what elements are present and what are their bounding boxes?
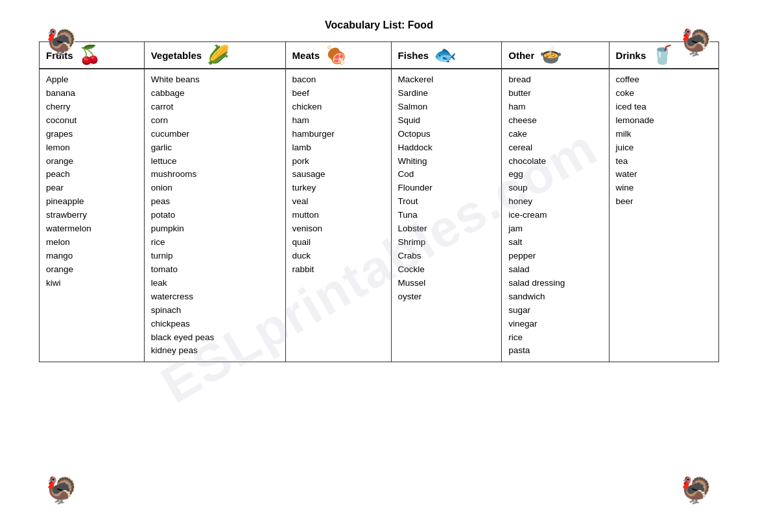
word-list-other: breadbutterhamcheesecakecerealchocolatee…: [508, 73, 602, 358]
list-item: sugar: [508, 304, 602, 318]
word-list-fruits: Applebananacherrycoconutgrapeslemonorang…: [46, 73, 137, 290]
header-label-other: Other: [508, 50, 534, 61]
list-item: water: [616, 168, 712, 181]
list-item: jam: [508, 222, 602, 236]
list-item: Tuna: [398, 209, 495, 222]
list-item: chickpeas: [151, 318, 279, 331]
word-list-drinks: coffeecokeiced tealemonademilkjuiceteawa…: [616, 73, 712, 209]
list-item: Lobster: [398, 222, 495, 236]
list-item: Flounder: [398, 181, 495, 195]
list-item: banana: [46, 87, 137, 100]
list-item: mango: [46, 249, 137, 263]
list-item: salad dressing: [508, 277, 602, 290]
list-item: lamb: [292, 141, 385, 155]
list-item: Squid: [398, 114, 495, 128]
list-item: pineapple: [46, 195, 137, 209]
list-item: chocolate: [508, 155, 602, 168]
list-item: honey: [508, 195, 602, 209]
list-item: leak: [151, 277, 279, 290]
list-item: Whiting: [398, 155, 495, 168]
list-item: Sardine: [398, 87, 495, 100]
header-vegetables: Vegetables 🌽: [144, 42, 285, 69]
list-item: sandwich: [508, 290, 602, 304]
list-item: vinegar: [508, 318, 602, 331]
list-item: tea: [616, 155, 712, 168]
list-item: rice: [151, 236, 279, 249]
header-label-drinks: Drinks: [616, 50, 646, 61]
list-item: oyster: [398, 290, 495, 304]
list-item: peas: [151, 195, 279, 209]
list-item: Apple: [46, 73, 137, 87]
header-label-fishes: Fishes: [398, 50, 429, 61]
list-item: mushrooms: [151, 168, 279, 181]
list-item: cereal: [508, 141, 602, 155]
list-item: milk: [616, 128, 712, 141]
list-item: sausage: [292, 168, 385, 181]
list-item: juice: [616, 141, 712, 155]
list-item: garlic: [151, 141, 279, 155]
list-item: black eyed peas: [151, 331, 279, 345]
corner-bottom-right-icon: 🦃: [674, 467, 719, 513]
list-item: cheese: [508, 114, 602, 128]
list-item: tomato: [151, 263, 279, 277]
list-item: ham: [292, 114, 385, 128]
list-item: Trout: [398, 195, 495, 209]
list-item: butter: [508, 87, 602, 100]
cell-fishes: MackerelSardineSalmonSquidOctopusHaddock…: [391, 69, 502, 362]
list-item: Shrimp: [398, 236, 495, 249]
corner-top-right-icon: 🦃: [674, 19, 719, 65]
list-item: ice-cream: [508, 209, 602, 222]
list-item: chicken: [292, 100, 385, 114]
list-item: corn: [151, 114, 279, 128]
list-item: Crabs: [398, 249, 495, 263]
list-item: bacon: [292, 73, 385, 87]
page-title: Vocabulary List: Food: [39, 19, 719, 31]
header-icon-other: 🍲: [539, 46, 562, 64]
list-item: orange: [46, 155, 137, 168]
list-item: grapes: [46, 128, 137, 141]
list-item: Mussel: [398, 277, 495, 290]
list-item: wine: [616, 181, 712, 195]
list-item: pumpkin: [151, 222, 279, 236]
list-item: hamburger: [292, 128, 385, 141]
list-item: egg: [508, 168, 602, 181]
header-icon-meats: 🍖: [325, 46, 348, 64]
list-item: rice: [508, 331, 602, 345]
header-icon-fishes: 🐟: [434, 46, 456, 64]
list-item: quail: [292, 236, 385, 249]
list-item: Cod: [398, 168, 495, 181]
cell-drinks: coffeecokeiced tealemonademilkjuiceteawa…: [609, 69, 718, 362]
list-item: cabbage: [151, 87, 279, 100]
table-content-row: Applebananacherrycoconutgrapeslemonorang…: [40, 69, 719, 362]
list-item: Mackerel: [398, 73, 495, 87]
list-item: Haddock: [398, 141, 495, 155]
header-icon-vegetables: 🌽: [207, 46, 230, 64]
list-item: rabbit: [292, 263, 385, 277]
list-item: beer: [616, 195, 712, 209]
table-header-row: Fruits 🍒 Vegetables 🌽 Meats 🍖 Fishes 🐟 O…: [40, 42, 719, 69]
word-list-meats: baconbeefchickenhamhamburgerlambporksaus…: [292, 73, 385, 277]
list-item: White beans: [151, 73, 279, 87]
list-item: peach: [46, 168, 137, 181]
list-item: watercress: [151, 290, 279, 304]
corner-top-left-icon: 🦃: [39, 19, 84, 65]
list-item: turnip: [151, 249, 279, 263]
list-item: Cockle: [398, 263, 495, 277]
list-item: coffee: [616, 73, 712, 87]
header-label-meats: Meats: [292, 50, 320, 61]
list-item: Octopus: [398, 128, 495, 141]
vocab-table: Fruits 🍒 Vegetables 🌽 Meats 🍖 Fishes 🐟 O…: [39, 41, 719, 362]
cell-fruits: Applebananacherrycoconutgrapeslemonorang…: [40, 69, 145, 362]
list-item: ham: [508, 100, 602, 114]
list-item: spinach: [151, 304, 279, 318]
list-item: lemon: [46, 141, 137, 155]
list-item: venison: [292, 222, 385, 236]
list-item: duck: [292, 249, 385, 263]
list-item: cucumber: [151, 128, 279, 141]
header-other: Other 🍲: [502, 42, 609, 69]
word-list-vegetables: White beanscabbagecarrotcorncucumbergarl…: [151, 73, 279, 358]
list-item: pepper: [508, 249, 602, 263]
list-item: coconut: [46, 114, 137, 128]
page-container: 🦃 🦃 🦃 🦃 ESLprintables.com Vocabulary Lis…: [0, 0, 758, 532]
list-item: salt: [508, 236, 602, 249]
